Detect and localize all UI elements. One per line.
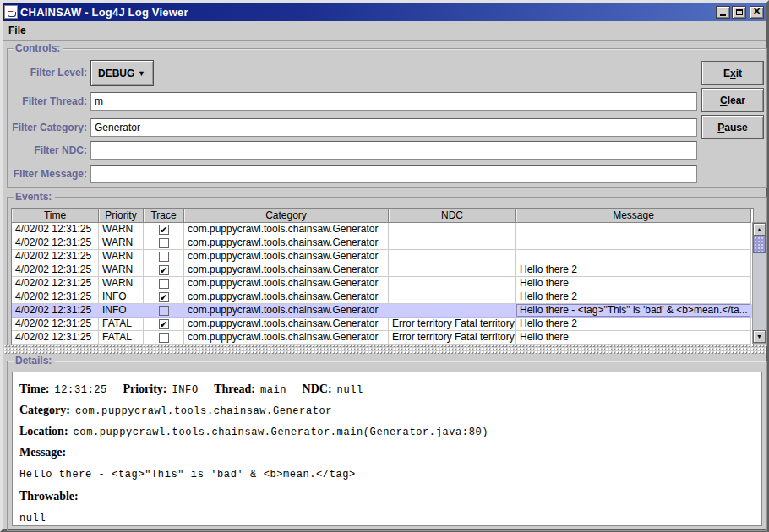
cell-ndc[interactable] [389,250,516,263]
cell-trace[interactable]: ✔ [144,318,184,331]
cell-trace[interactable]: ✔ [144,290,184,304]
filter-level-combobox[interactable]: DEBUG ▼ [90,60,154,86]
minimize-button[interactable] [716,6,730,19]
cell-priority[interactable]: WARN [99,277,144,290]
cell-priority[interactable]: FATAL [99,331,144,345]
cell-time[interactable]: 4/02/02 12:31:25 [12,263,99,277]
cell-time[interactable]: 4/02/02 12:31:25 [12,250,99,263]
cell-category[interactable]: com.puppycrawl.tools.chainsaw.Generator [184,236,389,250]
cell-trace[interactable] [144,277,184,290]
details-throwable-label-line: Throwable: [19,488,755,503]
cell-category[interactable]: com.puppycrawl.tools.chainsaw.Generator [184,290,389,304]
cell-priority[interactable]: WARN [99,223,144,236]
table-row[interactable]: 4/02/02 12:31:25INFO✔com.puppycrawl.tool… [12,290,753,304]
scroll-down-button[interactable]: ▼ [753,330,766,343]
checkbox-unchecked-icon[interactable] [159,252,169,262]
cell-ndc[interactable]: Error territory Fatal territory [389,318,516,331]
cell-category[interactable]: com.puppycrawl.tools.chainsaw.Generator [184,223,389,236]
cell-message[interactable] [516,250,751,263]
cell-category[interactable]: com.puppycrawl.tools.chainsaw.Generator [184,331,389,345]
details-text-area[interactable]: Time:12:31:25 Priority:INFO Thread:main … [12,372,762,526]
checkbox-checked-icon[interactable]: ✔ [159,225,169,235]
table-row[interactable]: 4/02/02 12:31:25WARNcom.puppycrawl.tools… [12,250,753,263]
cell-priority[interactable]: WARN [99,263,144,277]
cell-message[interactable] [516,223,751,236]
cell-message[interactable]: Hello there - <tag>"This" is 'bad' & <b>… [516,304,751,318]
table-row[interactable]: 4/02/02 12:31:25FATAL✔com.puppycrawl.too… [12,318,753,331]
cell-trace[interactable] [144,236,184,250]
cell-priority[interactable]: INFO [99,290,144,304]
cell-priority[interactable]: WARN [99,250,144,263]
cell-trace[interactable] [144,250,184,263]
cell-category[interactable]: com.puppycrawl.tools.chainsaw.Generator [184,277,389,290]
cell-time[interactable]: 4/02/02 12:31:25 [12,236,99,250]
table-row[interactable]: 4/02/02 12:31:25WARNcom.puppycrawl.tools… [12,236,753,250]
table-row[interactable]: 4/02/02 12:31:25WARN✔com.puppycrawl.tool… [12,223,753,236]
cell-trace[interactable]: ✔ [144,223,184,236]
cell-priority[interactable]: INFO [99,304,144,318]
column-header-ndc[interactable]: NDC [389,209,516,223]
events-vertical-scrollbar[interactable]: ▲ ▼ [752,222,766,344]
cell-category[interactable]: com.puppycrawl.tools.chainsaw.Generator [184,318,389,331]
checkbox-checked-icon[interactable]: ✔ [159,265,169,275]
cell-message[interactable]: Hello there [516,277,751,290]
column-header-priority[interactable]: Priority [99,209,144,223]
checkbox-unchecked-icon[interactable] [159,333,169,343]
scrollbar-thumb[interactable] [753,236,766,253]
cell-category[interactable]: com.puppycrawl.tools.chainsaw.Generator [184,263,389,277]
cell-message[interactable]: Hello there 2 [516,290,751,304]
cell-message[interactable]: Hello there 2 [516,318,751,331]
clear-button[interactable]: Clear [701,88,764,112]
cell-trace[interactable]: ✔ [144,263,184,277]
filter-thread-input[interactable]: m [90,92,697,111]
checkbox-unchecked-icon[interactable] [159,238,169,248]
table-row[interactable]: 4/02/02 12:31:25WARNcom.puppycrawl.tools… [12,277,753,290]
filter-message-input[interactable] [90,165,697,183]
cell-time[interactable]: 4/02/02 12:31:25 [12,331,99,345]
exit-button[interactable]: Exit [701,61,764,85]
cell-ndc[interactable] [389,277,516,290]
column-header-time[interactable]: Time [12,209,99,223]
maximize-button[interactable] [732,6,746,19]
table-row[interactable]: 4/02/02 12:31:25WARN✔com.puppycrawl.tool… [12,263,753,277]
cell-priority[interactable]: WARN [99,236,144,250]
split-pane-divider[interactable] [3,345,766,355]
cell-time[interactable]: 4/02/02 12:31:25 [12,290,99,304]
cell-category[interactable]: com.puppycrawl.tools.chainsaw.Generator [184,304,389,318]
cell-ndc[interactable] [389,304,516,318]
scroll-up-button[interactable]: ▲ [753,223,766,236]
cell-ndc[interactable] [389,236,516,250]
cell-ndc[interactable]: Error territory Fatal territory [389,331,516,345]
checkbox-unchecked-icon[interactable] [159,279,169,289]
cell-ndc[interactable] [389,263,516,277]
column-header-message[interactable]: Message [516,209,751,223]
cell-trace[interactable] [144,331,184,345]
cell-ndc[interactable] [389,290,516,304]
cell-time[interactable]: 4/02/02 12:31:25 [12,223,99,236]
cell-trace[interactable] [144,304,184,318]
cell-category[interactable]: com.puppycrawl.tools.chainsaw.Generator [184,250,389,263]
checkbox-unchecked-icon[interactable] [159,306,169,316]
pause-button[interactable]: Pause [701,115,764,139]
table-row[interactable]: 4/02/02 12:31:25INFOcom.puppycrawl.tools… [12,304,753,318]
cell-ndc[interactable] [389,223,516,236]
cell-message[interactable] [516,236,751,250]
column-header-trace[interactable]: Trace [144,209,184,223]
cell-message[interactable]: Hello there 2 [516,263,751,277]
filter-ndc-label: Filter NDC: [9,144,87,156]
menu-file[interactable]: File [3,21,32,40]
table-row[interactable]: 4/02/02 12:31:25FATALcom.puppycrawl.tool… [12,331,753,345]
column-header-category[interactable]: Category [184,209,389,223]
close-button[interactable]: ✕ [750,6,764,19]
filter-category-input[interactable]: Generator [90,118,697,137]
cell-time[interactable]: 4/02/02 12:31:25 [12,277,99,290]
cell-priority[interactable]: FATAL [99,318,144,331]
cell-time[interactable]: 4/02/02 12:31:25 [12,304,99,318]
details-priority-value: INFO [172,384,198,396]
cell-message[interactable]: Hello there [516,331,751,345]
cell-time[interactable]: 4/02/02 12:31:25 [12,318,99,331]
checkbox-checked-icon[interactable]: ✔ [159,319,169,329]
checkbox-checked-icon[interactable]: ✔ [159,292,169,302]
filter-ndc-input[interactable] [90,141,697,160]
details-time-label: Time: [19,383,50,395]
